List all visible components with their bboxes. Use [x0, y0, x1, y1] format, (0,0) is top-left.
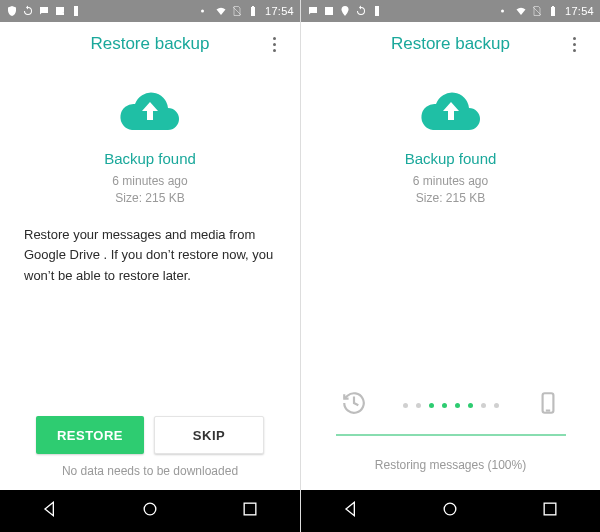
backup-meta: 6 minutes ago Size: 215 KB	[413, 173, 488, 207]
message-icon	[307, 5, 319, 17]
svg-point-1	[144, 503, 156, 515]
status-bar: 17:54	[301, 0, 600, 22]
transfer-animation	[341, 390, 561, 420]
clock-text: 17:54	[265, 5, 294, 17]
location-icon	[339, 5, 351, 17]
message-icon	[38, 5, 50, 17]
device-icon	[371, 5, 383, 17]
phone-screen-left: 17:54 Restore backup Backup found 6 minu…	[0, 0, 300, 532]
svg-rect-2	[244, 503, 256, 515]
backup-found-title: Backup found	[104, 150, 196, 167]
download-note: No data needs to be downloaded	[62, 464, 238, 478]
no-sim-icon	[231, 5, 243, 17]
backup-time: 6 minutes ago	[112, 173, 187, 190]
content-area: Backup found 6 minutes ago Size: 215 KB …	[0, 66, 300, 490]
wifi-icon	[215, 5, 227, 17]
backup-meta: 6 minutes ago Size: 215 KB	[112, 173, 187, 207]
page-title: Restore backup	[90, 34, 209, 54]
image-icon	[323, 5, 335, 17]
progress-bar	[336, 434, 566, 436]
progress-text: Restoring messages (100%)	[375, 458, 526, 472]
phone-screen-right: 17:54 Restore backup Backup found 6 minu…	[300, 0, 600, 532]
shield-icon	[6, 5, 18, 17]
button-row: RESTORE SKIP	[22, 416, 278, 454]
status-bar: 17:54	[0, 0, 300, 22]
battery-icon	[547, 5, 559, 17]
nav-home-button[interactable]	[140, 499, 160, 523]
svg-point-0	[201, 10, 204, 13]
no-sim-icon	[531, 5, 543, 17]
history-icon	[341, 390, 367, 420]
nav-recent-button[interactable]	[540, 499, 560, 523]
nav-back-button[interactable]	[341, 499, 361, 523]
svg-point-3	[501, 10, 504, 13]
cloud-upload-icon	[419, 88, 483, 136]
more-options-button[interactable]	[556, 22, 592, 66]
svg-point-6	[445, 503, 457, 515]
device-icon	[70, 5, 82, 17]
backup-time: 6 minutes ago	[413, 173, 488, 190]
android-nav-bar	[0, 490, 300, 532]
progress-area: Restoring messages (100%)	[323, 390, 578, 472]
backup-size: Size: 215 KB	[112, 190, 187, 207]
page-title: Restore backup	[391, 34, 510, 54]
android-nav-bar	[301, 490, 600, 532]
nav-back-button[interactable]	[40, 499, 60, 523]
svg-rect-7	[544, 503, 556, 515]
key-icon	[199, 5, 211, 17]
backup-found-title: Backup found	[405, 150, 497, 167]
more-options-button[interactable]	[256, 22, 292, 66]
phone-icon	[535, 390, 561, 420]
cloud-upload-icon	[118, 88, 182, 136]
key-icon	[499, 5, 511, 17]
nav-recent-button[interactable]	[240, 499, 260, 523]
content-area: Backup found 6 minutes ago Size: 215 KB	[301, 66, 600, 490]
skip-button[interactable]: SKIP	[154, 416, 264, 454]
image-icon	[54, 5, 66, 17]
transfer-dots	[403, 403, 499, 408]
sync-icon	[355, 5, 367, 17]
nav-home-button[interactable]	[440, 499, 460, 523]
battery-icon	[247, 5, 259, 17]
backup-size: Size: 215 KB	[413, 190, 488, 207]
restore-description: Restore your messages and media from Goo…	[22, 225, 278, 287]
wifi-icon	[515, 5, 527, 17]
sync-icon	[22, 5, 34, 17]
app-header: Restore backup	[0, 22, 300, 66]
restore-button[interactable]: RESTORE	[36, 416, 144, 454]
clock-text: 17:54	[565, 5, 594, 17]
app-header: Restore backup	[301, 22, 600, 66]
